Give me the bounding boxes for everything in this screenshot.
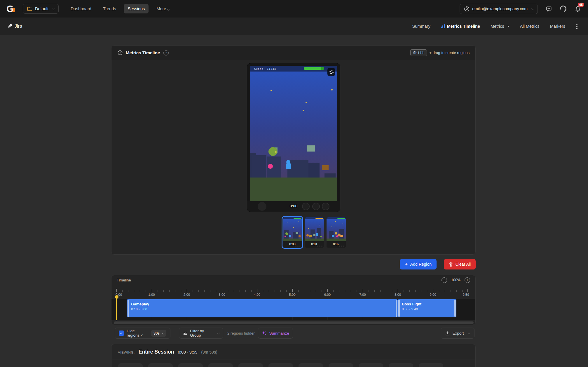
major-tick [467, 289, 468, 292]
zoom-in-button[interactable]: + [465, 277, 470, 283]
thumbnail-0-01[interactable]: 0:01 [305, 217, 324, 248]
summarize-button[interactable]: Summarize [258, 328, 293, 339]
thumbnail-0-02[interactable]: 0:02 [327, 217, 346, 248]
chat-bubble-icon [545, 6, 552, 12]
filter-label: Filter by Group [190, 329, 214, 338]
filter-icon [183, 331, 187, 335]
nav-trends[interactable]: Trends [99, 4, 120, 13]
panel-title: Metrics Timeline [126, 50, 160, 55]
tab-summary[interactable]: Summary [412, 24, 430, 29]
minor-tick [169, 290, 170, 292]
app-bar: Jira SummaryMetrics TimelineMetricsAll M… [0, 18, 588, 35]
hide-threshold-select[interactable]: 30s [151, 330, 166, 337]
metric-chip[interactable] [208, 363, 233, 367]
minor-tick [380, 290, 381, 292]
metric-chip[interactable] [268, 363, 293, 367]
chevron-down-icon [167, 8, 170, 11]
game-building [308, 163, 320, 178]
minor-tick [240, 290, 240, 292]
playhead[interactable] [116, 297, 117, 320]
app-title: Jira [8, 24, 22, 29]
minor-tick [158, 290, 158, 292]
tick-label: 2:00 [184, 293, 190, 296]
minor-tick [275, 290, 275, 292]
add-region-button[interactable]: + Add Region [400, 259, 437, 269]
tick-label: 5:00 [289, 293, 295, 296]
brand-logo-icon[interactable]: G [6, 3, 16, 14]
session-video-player[interactable]: Score: 11244 0:00 [247, 63, 340, 212]
feedback-button[interactable] [545, 5, 552, 13]
timeline-scrollbar[interactable] [114, 321, 474, 324]
notifications-button[interactable]: 65 [574, 5, 582, 13]
user-account-menu[interactable]: emilia@examplecompany.com [460, 4, 538, 14]
minor-tick [374, 290, 375, 292]
metric-chip[interactable] [118, 363, 143, 367]
region-resize-handle-left[interactable] [128, 300, 129, 317]
timeline-ruler[interactable]: 0:001:002:003:004:005:006:007:008:009:00… [116, 285, 467, 299]
kbd-shift: Shift [410, 49, 427, 56]
minor-tick [193, 290, 193, 292]
timeline-track[interactable]: Gameplay0:18 - 8:00Boss Fight8:00 - 9:40 [111, 299, 475, 320]
overflow-menu-button[interactable] [573, 22, 580, 30]
playhead-dot[interactable] [115, 295, 118, 299]
metric-chip[interactable] [178, 363, 203, 367]
topnav-right: emilia@examplecompany.com [460, 4, 582, 14]
minor-tick [163, 290, 164, 292]
tick-label: 8:00 [395, 293, 401, 296]
project-selector-label: Default [35, 6, 48, 11]
hidden-regions-note: 2 regions hidden [227, 328, 255, 339]
clear-all-button[interactable]: Clear All [444, 259, 476, 269]
region-resize-handle-right[interactable] [454, 300, 456, 317]
metric-chip[interactable] [299, 363, 323, 367]
refresh-button[interactable] [327, 68, 335, 76]
viewing-header: VIEWING: Entire Session 0:00 - 9:59 (9m … [111, 344, 475, 359]
panel-header: Metrics Timeline ? Shift + drag to creat… [111, 46, 475, 60]
tab-all-metrics[interactable]: All Metrics [520, 24, 540, 29]
game-building [252, 155, 266, 178]
region-boss-fight[interactable]: Boss Fight8:00 - 9:40 [398, 299, 456, 317]
zoom-out-button[interactable]: − [442, 277, 447, 283]
metric-chip[interactable] [238, 363, 263, 367]
tick-label: 6:00 [324, 293, 331, 296]
user-email: emilia@examplecompany.com [472, 6, 528, 11]
clear-all-label: Clear All [456, 262, 471, 267]
region-resize-handle-left[interactable] [398, 300, 400, 317]
filter-by-group-button[interactable]: Filter by Group [179, 328, 223, 339]
major-tick [398, 289, 398, 292]
metric-chip[interactable] [148, 363, 173, 367]
summarize-label: Summarize [269, 331, 289, 335]
region-resize-handle-right[interactable] [396, 300, 397, 317]
minor-tick [316, 290, 316, 292]
nav-dashboard[interactable]: Dashboard [67, 4, 95, 13]
hide-regions-checkbox[interactable]: ✓ [119, 331, 124, 336]
metric-chip[interactable] [329, 363, 353, 367]
nav-more[interactable]: More [153, 4, 173, 13]
player-control-button[interactable] [322, 203, 329, 210]
timeline-panel: Timeline − 100% + 0:001:002:003:004:005:… [111, 275, 476, 325]
minor-tick [404, 290, 404, 292]
tab-metrics[interactable]: Metrics [491, 24, 510, 29]
tab-metrics-timeline[interactable]: Metrics Timeline [441, 24, 480, 29]
metric-chip[interactable] [359, 363, 383, 367]
minor-tick [286, 290, 287, 292]
help-icon[interactable]: ? [163, 50, 169, 55]
top-navbar: G Default DashboardTrendsSessionsMore e [0, 0, 588, 18]
metric-chip[interactable] [419, 363, 443, 367]
tab-markers[interactable]: Markers [550, 24, 565, 29]
project-selector[interactable]: Default [23, 4, 59, 14]
zoom-level: 100% [451, 278, 460, 282]
player-control-button[interactable] [312, 203, 320, 210]
player-control-button[interactable] [302, 203, 310, 210]
user-avatar-icon [464, 6, 470, 12]
sparkles-icon [262, 331, 266, 335]
minor-tick [234, 290, 234, 292]
nav-sessions[interactable]: Sessions [124, 4, 149, 13]
viewing-session-name: Entire Session [139, 349, 174, 355]
thumbnail-0-00[interactable]: 0:00 [283, 217, 302, 248]
export-button[interactable]: Export [441, 328, 474, 339]
minor-tick [322, 290, 322, 292]
region-gameplay[interactable]: Gameplay0:18 - 8:00 [127, 299, 398, 317]
metric-chip[interactable] [389, 363, 413, 367]
game-dot [271, 90, 272, 91]
game-score: Score: 11244 [254, 67, 276, 70]
